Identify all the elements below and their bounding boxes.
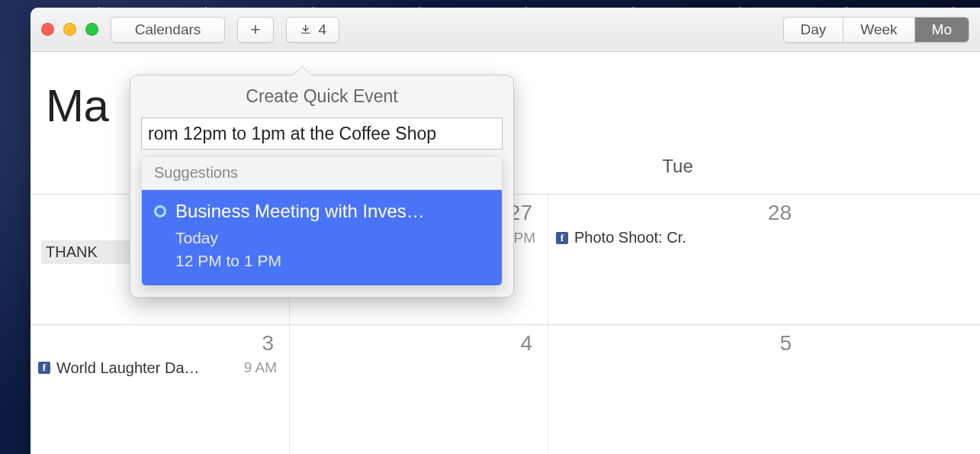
- minimize-window-button[interactable]: [63, 23, 76, 36]
- suggestion-item[interactable]: Business Meeting with Inves… Today 12 PM…: [142, 190, 502, 285]
- day-cell[interactable]: 3 f World Laughter Da… 9 AM: [31, 325, 290, 455]
- toolbar: Calendars + 4 Day Week Mo: [31, 8, 980, 52]
- close-window-button[interactable]: [41, 23, 54, 36]
- suggestion-time: 12 PM to 1 PM: [175, 250, 490, 272]
- day-cell[interactable]: 28 f Photo Shoot: Cr.: [548, 195, 807, 324]
- facebook-icon: f: [556, 232, 568, 244]
- event-title: Photo Shoot: Cr.: [574, 229, 795, 246]
- event-item[interactable]: f Photo Shoot: Cr.: [554, 228, 796, 247]
- day-number: 28: [554, 201, 796, 228]
- fullscreen-window-button[interactable]: [85, 23, 98, 36]
- popover-title: Create Quick Event: [141, 86, 503, 107]
- view-day[interactable]: Day: [784, 18, 843, 42]
- suggestions-box: Suggestions Business Meeting with Inves……: [141, 156, 503, 286]
- day-number: 5: [554, 331, 796, 359]
- view-week[interactable]: Week: [843, 18, 914, 42]
- event-item[interactable]: f World Laughter Da… 9 AM: [37, 359, 278, 378]
- facebook-icon: f: [38, 362, 50, 374]
- download-icon: [299, 23, 312, 37]
- suggestion-title: Business Meeting with Inves…: [175, 201, 490, 222]
- suggestion-date: Today: [175, 227, 490, 250]
- day-cell[interactable]: 4: [290, 325, 548, 455]
- suggestions-header: Suggestions: [142, 156, 502, 190]
- day-number: 3: [37, 331, 278, 359]
- week-row-2: 3 f World Laughter Da… 9 AM 4 5: [31, 324, 980, 455]
- inbox-button[interactable]: 4: [286, 17, 339, 43]
- day-cell[interactable]: 5: [548, 325, 807, 455]
- inbox-count: 4: [318, 21, 326, 38]
- event-time: 9 AM: [244, 359, 277, 376]
- day-number: 4: [296, 331, 537, 359]
- month-title: Ma: [46, 79, 108, 132]
- calendar-window: Calendars + 4 Day Week Mo Ma THANK Mon T…: [31, 8, 980, 454]
- day-header-tue: Tue: [548, 137, 807, 191]
- calendar-color-dot-icon: [154, 205, 166, 217]
- view-month[interactable]: Mo: [914, 18, 969, 42]
- calendars-label: Calendars: [135, 21, 201, 38]
- calendars-button[interactable]: Calendars: [111, 17, 225, 43]
- create-quick-event-popover: Create Quick Event Suggestions Business …: [130, 75, 514, 298]
- new-event-button[interactable]: +: [237, 17, 274, 43]
- plus-icon: +: [251, 20, 261, 40]
- view-segmented-control: Day Week Mo: [783, 17, 969, 43]
- event-title: World Laughter Da…: [56, 359, 238, 377]
- quick-event-input[interactable]: [141, 118, 503, 150]
- traffic-lights: [41, 23, 98, 36]
